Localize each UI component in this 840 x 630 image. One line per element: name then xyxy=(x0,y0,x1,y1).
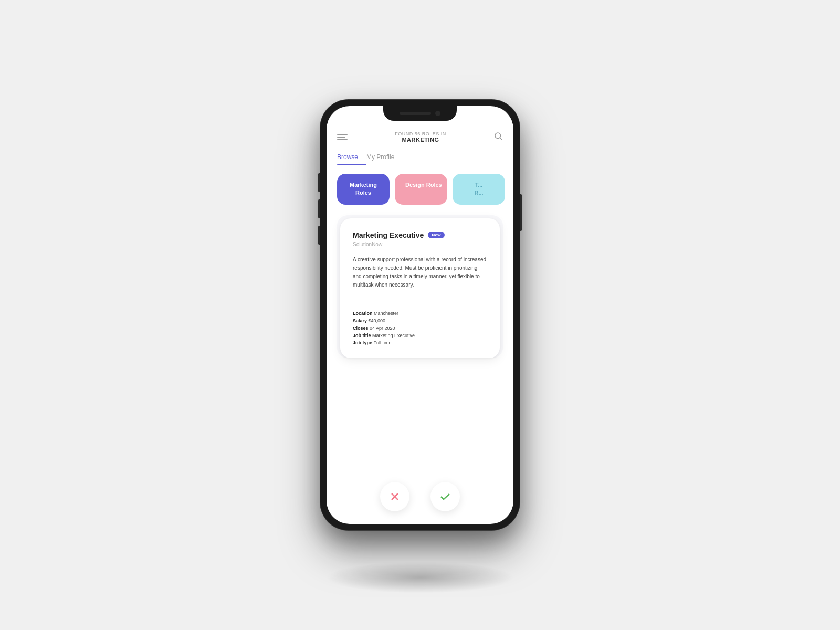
phone-frame: FOUND 56 ROLES IN MARKETING Browse My Pr… xyxy=(320,100,520,530)
reject-icon xyxy=(388,490,401,503)
scene: FOUND 56 ROLES IN MARKETING Browse My Pr… xyxy=(284,52,556,578)
accept-button[interactable] xyxy=(430,482,460,511)
notch-camera xyxy=(435,111,440,116)
app-header: FOUND 56 ROLES IN MARKETING xyxy=(327,125,513,147)
closes-value: 04 Apr 2020 xyxy=(370,326,395,331)
job-type-value: Full time xyxy=(374,340,392,345)
tab-my-profile[interactable]: My Profile xyxy=(366,149,403,165)
detail-job-type: Job type Full time xyxy=(353,340,487,345)
notch-speaker xyxy=(400,112,431,115)
category-pills-container: MarketingRoles Design Roles T...R... xyxy=(327,165,513,211)
pill-tech[interactable]: T...R... xyxy=(453,174,505,205)
detail-salary: Salary £40,000 xyxy=(353,318,487,323)
pill-design[interactable]: Design Roles xyxy=(395,174,447,205)
menu-button[interactable] xyxy=(337,134,348,140)
new-badge: New xyxy=(428,232,444,238)
notch xyxy=(383,106,457,121)
action-buttons xyxy=(327,476,513,524)
job-details: Location Manchester Salary £40,000 Close… xyxy=(353,311,487,345)
pill-marketing[interactable]: MarketingRoles xyxy=(337,174,390,205)
tab-browse[interactable]: Browse xyxy=(337,149,366,165)
card-area: Marketing Executive New SolutionNow A cr… xyxy=(327,211,513,476)
job-title: Marketing Executive xyxy=(353,231,424,239)
detail-location: Location Manchester xyxy=(353,311,487,316)
found-roles-label: FOUND 56 ROLES IN xyxy=(395,131,446,136)
detail-job-title: Job title Marketing Executive xyxy=(353,333,487,338)
category-label: MARKETING xyxy=(395,136,446,143)
search-button[interactable] xyxy=(494,131,503,143)
job-card-background: Marketing Executive New SolutionNow A cr… xyxy=(337,215,503,358)
screen-content: FOUND 56 ROLES IN MARKETING Browse My Pr… xyxy=(327,106,513,524)
svg-point-0 xyxy=(495,133,501,139)
job-description: A creative support professional with a r… xyxy=(353,256,487,289)
job-title-value: Marketing Executive xyxy=(372,333,415,338)
job-card: Marketing Executive New SolutionNow A cr… xyxy=(340,218,500,358)
salary-value: £40,000 xyxy=(369,318,386,323)
job-company: SolutionNow xyxy=(353,242,487,247)
location-value: Manchester xyxy=(374,311,398,316)
accept-icon xyxy=(439,490,452,503)
search-icon xyxy=(494,131,503,141)
job-title-row: Marketing Executive New xyxy=(353,231,487,239)
header-title: FOUND 56 ROLES IN MARKETING xyxy=(395,131,446,143)
svg-line-1 xyxy=(500,138,502,140)
phone-shadow xyxy=(326,562,514,593)
detail-closes: Closes 04 Apr 2020 xyxy=(353,326,487,331)
reject-button[interactable] xyxy=(380,482,410,511)
phone-screen: FOUND 56 ROLES IN MARKETING Browse My Pr… xyxy=(327,106,513,524)
job-card-divider xyxy=(340,302,500,302)
tab-bar: Browse My Profile xyxy=(327,149,513,165)
